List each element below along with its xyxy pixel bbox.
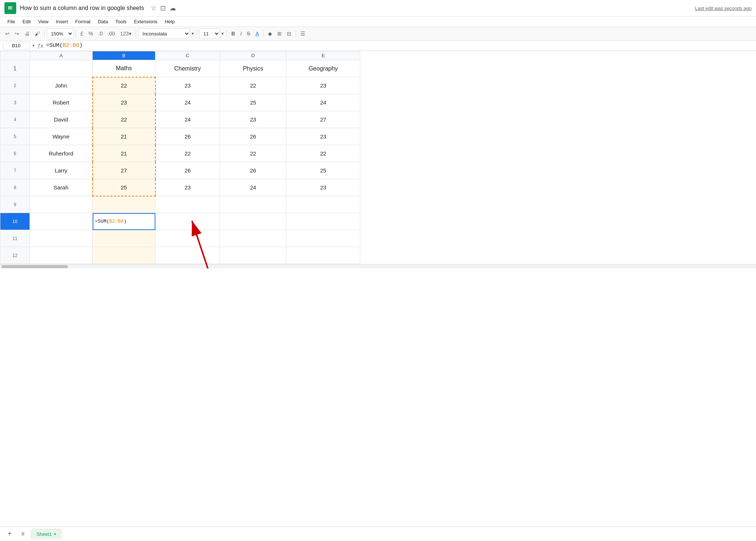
last-edit-label[interactable]: Last edit was seconds ago	[695, 6, 752, 11]
cell-b3[interactable]: 23	[93, 94, 155, 111]
cell-c1[interactable]: Chemistry	[155, 60, 220, 77]
col-header-c[interactable]: C	[155, 51, 220, 60]
cell-d1[interactable]: Physics	[220, 60, 286, 77]
menu-data[interactable]: Data	[95, 17, 111, 26]
cell-d9[interactable]	[220, 196, 286, 213]
menu-format[interactable]: Format	[72, 17, 93, 26]
fill-color-button[interactable]: ◆	[266, 29, 274, 38]
paint-format-button[interactable]: 🖌	[32, 29, 42, 38]
cell-a9[interactable]	[30, 196, 93, 213]
cell-a6[interactable]: Ruherford	[30, 145, 93, 162]
underline-button[interactable]: A	[253, 29, 261, 38]
scrollbar[interactable]	[0, 264, 756, 268]
row-number-8[interactable]: 8	[0, 179, 30, 196]
cell-a4[interactable]: David	[30, 111, 93, 128]
percent-button[interactable]: %	[86, 29, 95, 38]
print-button[interactable]: 🖨	[22, 29, 32, 38]
cell-a1[interactable]	[30, 60, 93, 77]
cell-b4[interactable]: 22	[93, 111, 155, 128]
cell-d2[interactable]: 22	[220, 77, 286, 94]
cell-e1[interactable]: Geography	[286, 60, 360, 77]
cell-a11[interactable]	[30, 230, 93, 247]
cell-a7[interactable]: Larry	[30, 162, 93, 179]
decimal-decrease-button[interactable]: .0	[96, 29, 105, 38]
cell-e10[interactable]	[286, 213, 360, 230]
undo-button[interactable]: ↩	[3, 29, 12, 38]
cell-c9[interactable]	[155, 196, 220, 213]
cell-c2[interactable]: 23	[155, 77, 220, 94]
cell-e8[interactable]: 23	[286, 179, 360, 196]
cell-b12[interactable]	[93, 247, 155, 264]
row-number-4[interactable]: 4	[0, 111, 30, 128]
cell-c3[interactable]: 24	[155, 94, 220, 111]
cell-d5[interactable]: 26	[220, 128, 286, 145]
cell-e3[interactable]: 24	[286, 94, 360, 111]
cell-d3[interactable]: 25	[220, 94, 286, 111]
cell-d11[interactable]	[220, 230, 286, 247]
menu-edit[interactable]: Edit	[20, 17, 34, 26]
cell-a3[interactable]: Robert	[30, 94, 93, 111]
cell-b8[interactable]: 25	[93, 179, 155, 196]
italic-button[interactable]: I	[238, 29, 244, 38]
zoom-select[interactable]: 150% 100% 75%	[47, 28, 73, 39]
more-formats-button[interactable]: 123▾	[118, 29, 133, 38]
cell-d8[interactable]: 24	[220, 179, 286, 196]
font-size-select[interactable]: 11 10 12	[199, 28, 220, 39]
cell-b11[interactable]	[93, 230, 155, 247]
row-number-2[interactable]: 2	[0, 77, 30, 94]
row-number-1[interactable]: 1	[0, 60, 30, 77]
cell-a8[interactable]: Sarah	[30, 179, 93, 196]
col-header-a[interactable]: A	[30, 51, 93, 60]
cell-reference-input[interactable]	[3, 42, 30, 49]
menu-insert[interactable]: Insert	[53, 17, 71, 26]
cell-e12[interactable]	[286, 247, 360, 264]
cell-b5[interactable]: 21	[93, 128, 155, 145]
cell-ref-dropdown-icon[interactable]: ▾	[32, 43, 35, 48]
cell-c6[interactable]: 22	[155, 145, 220, 162]
col-header-b[interactable]: B	[93, 51, 155, 60]
cell-b9[interactable]	[93, 196, 155, 213]
cloud-icon[interactable]: ☁	[169, 4, 176, 12]
menu-tools[interactable]: Tools	[112, 17, 129, 26]
menu-help[interactable]: Help	[162, 17, 178, 26]
strikethrough-button[interactable]: S	[245, 29, 252, 38]
currency-button[interactable]: £	[78, 29, 86, 38]
decimal-increase-button[interactable]: .00	[106, 29, 117, 38]
cell-e9[interactable]	[286, 196, 360, 213]
cell-b6[interactable]: 21	[93, 145, 155, 162]
font-select[interactable]: Inconsolata Arial	[138, 28, 190, 39]
cell-b10[interactable]: =SUM(B2:B8)	[93, 213, 155, 230]
cell-b2[interactable]: 22	[93, 77, 155, 94]
cell-b1[interactable]: Maths	[93, 60, 155, 77]
cell-c8[interactable]: 23	[155, 179, 220, 196]
cell-e7[interactable]: 25	[286, 162, 360, 179]
cell-a5[interactable]: Wayne	[30, 128, 93, 145]
menu-file[interactable]: File	[4, 17, 18, 26]
star-icon[interactable]: ☆	[151, 4, 157, 12]
cell-a12[interactable]	[30, 247, 93, 264]
cell-e4[interactable]: 27	[286, 111, 360, 128]
row-number-7[interactable]: 7	[0, 162, 30, 179]
cell-d4[interactable]: 23	[220, 111, 286, 128]
row-number-9[interactable]: 9	[0, 196, 30, 213]
row-number-6[interactable]: 6	[0, 145, 30, 162]
col-header-d[interactable]: D	[220, 51, 286, 60]
bold-button[interactable]: B	[229, 29, 237, 38]
row-number-3[interactable]: 3	[0, 94, 30, 111]
merge-button[interactable]: ⊟	[285, 29, 293, 38]
drive-icon[interactable]: ⊡	[160, 4, 166, 12]
cell-e5[interactable]: 23	[286, 128, 360, 145]
cell-d6[interactable]: 22	[220, 145, 286, 162]
formula-display[interactable]: =SUM(B2:B8)	[46, 42, 753, 49]
cell-c7[interactable]: 26	[155, 162, 220, 179]
cell-d7[interactable]: 26	[220, 162, 286, 179]
row-number-12[interactable]: 12	[0, 247, 30, 264]
redo-button[interactable]: ↪	[13, 29, 21, 38]
cell-b7[interactable]: 27	[93, 162, 155, 179]
cell-c10[interactable]	[155, 213, 220, 230]
cell-e2[interactable]: 23	[286, 77, 360, 94]
cell-d10[interactable]	[220, 213, 286, 230]
cell-c12[interactable]	[155, 247, 220, 264]
menu-extensions[interactable]: Extensions	[131, 17, 161, 26]
cell-c5[interactable]: 26	[155, 128, 220, 145]
